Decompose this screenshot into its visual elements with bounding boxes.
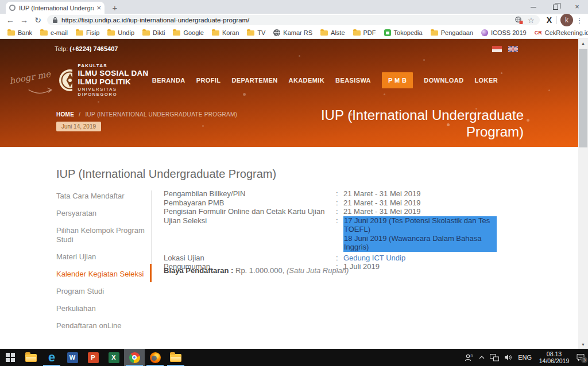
schedule-colon: : xyxy=(336,216,343,252)
schedule-value: 21 Maret - 31 Mei 2019 xyxy=(343,207,497,216)
forward-button[interactable]: → xyxy=(17,15,31,25)
taskbar-excel-button[interactable]: X xyxy=(103,349,124,366)
minimize-icon xyxy=(531,7,536,7)
language-indicator[interactable]: ENG xyxy=(518,354,532,361)
schedule-label: Ujian Seleksi xyxy=(164,216,336,252)
nav-item-p-m-b[interactable]: P M B xyxy=(382,72,413,88)
phone-info: Telp: (+6224) 7465407 xyxy=(55,45,118,52)
bookmark-star-icon[interactable]: ☆ xyxy=(528,17,535,24)
address-bar[interactable]: https://fisip.undip.ac.id/iup-internatio… xyxy=(47,15,540,25)
folder-icon xyxy=(40,30,48,36)
nav-item-akademik[interactable]: AKADEMIK xyxy=(289,77,324,84)
network-icon[interactable] xyxy=(490,354,499,361)
reload-button[interactable]: ↻ xyxy=(31,15,45,25)
back-button[interactable]: ← xyxy=(3,15,17,25)
taskbar-file-explorer-button[interactable] xyxy=(21,349,41,366)
sidebar-item-persyaratan[interactable]: Persyaratan xyxy=(56,209,158,218)
profile-avatar[interactable]: k xyxy=(560,14,573,26)
schedule-values: Gedung ICT Undip xyxy=(343,254,497,263)
bookmark-undip[interactable]: Undip xyxy=(103,28,138,37)
breadcrumb-current: IUP (INTERNATIONAL UNDERGRADUATE PROGRAM… xyxy=(85,111,237,118)
bookmark-tokopedia[interactable]: Tokopedia xyxy=(380,28,427,37)
sidebar-item-perkuliahan[interactable]: Perkuliahan xyxy=(56,304,158,313)
bookmark-icoss-2019[interactable]: ICOSS 2019 xyxy=(477,28,531,37)
scroll-down-icon[interactable]: ▼ xyxy=(578,340,588,349)
nav-item-profil[interactable]: PROFIL xyxy=(196,77,221,84)
browser-menu-icon[interactable]: ⋮ xyxy=(574,16,585,25)
schedule-colon: : xyxy=(336,207,343,216)
people-icon[interactable]: R xyxy=(465,353,474,361)
browser-tab[interactable]: IUP (International Undergraduate × xyxy=(6,2,105,14)
close-button[interactable]: × xyxy=(566,0,588,14)
minimize-button[interactable] xyxy=(523,0,544,14)
screen: IUP (International Undergraduate × + × ←… xyxy=(0,0,588,366)
breadcrumb-home-link[interactable]: HOME xyxy=(56,111,74,118)
bookmark-koran[interactable]: Koran xyxy=(208,28,243,37)
globe-icon xyxy=(273,29,280,36)
action-center-button[interactable]: 3 xyxy=(577,353,585,361)
registration-fee: Biaya Pendaftaran : Rp. 1.000.000, (Satu… xyxy=(164,266,349,275)
nav-item-departemen[interactable]: DEPARTEMEN xyxy=(231,77,277,84)
sidebar-item-kalender-kegiatan-seleksi[interactable]: Kalender Kegiatan Seleksi xyxy=(56,270,158,279)
logo-line1: FAKULTAS xyxy=(78,63,152,68)
fee-amount: Rp. 1.000.000, xyxy=(235,266,284,275)
bookmark-pdf[interactable]: PDF xyxy=(349,28,380,37)
schedule-table: Pengambilan Billkey/PIN:21 Maret - 31 Me… xyxy=(164,189,497,271)
tray-chevron-up-icon[interactable] xyxy=(479,355,485,360)
tab-close-icon[interactable]: × xyxy=(96,5,101,11)
x-extension-icon[interactable]: X xyxy=(547,15,552,25)
breadcrumb-separator: / xyxy=(79,111,80,118)
bookmark-kamar-rs[interactable]: Kamar RS xyxy=(269,28,316,37)
taskbar-word-button[interactable]: W xyxy=(62,349,83,366)
bookmark-label: Koran xyxy=(222,29,239,36)
sidebar-item-pendaftaran-online[interactable]: Pendaftaran onLine xyxy=(56,321,158,330)
bookmark-fisip[interactable]: Fisip xyxy=(72,28,103,37)
restore-button[interactable] xyxy=(544,0,566,14)
sidebar-item-tata-cara-mendaftar[interactable]: Tata Cara Mendaftar xyxy=(56,192,158,201)
taskbar-chrome-button[interactable] xyxy=(124,349,145,366)
nav-item-beasiswa[interactable]: BEASISWA xyxy=(335,77,371,84)
indonesian-flag-icon[interactable] xyxy=(492,46,502,52)
start-icon xyxy=(6,353,15,362)
scroll-up-icon[interactable]: ▲ xyxy=(578,39,588,48)
extension-badge-icon[interactable] xyxy=(514,16,523,24)
page-scrollbar[interactable]: ▲ ▼ xyxy=(578,39,588,349)
phone-number: (+6224) 7465407 xyxy=(69,45,118,52)
chrome-icon xyxy=(129,352,140,363)
uk-flag-icon[interactable] xyxy=(508,46,518,52)
bookmark-pengadaan[interactable]: Pengadaan xyxy=(427,28,477,37)
sidebar-item-program-studi[interactable]: Program Studi xyxy=(56,287,158,296)
scrollbar-thumb[interactable] xyxy=(579,49,587,147)
location-link[interactable]: Gedung ICT Undip xyxy=(343,254,497,263)
sidebar-item-pilihan-kelompok-program-studi[interactable]: Pilihan Kelompok Program Studi xyxy=(56,226,158,244)
watermark-text: hoogr me xyxy=(9,69,51,86)
bookmark-cekrekening-id[interactable]: CRCekRekening.id xyxy=(531,28,588,37)
clock-date: 14/06/2019 xyxy=(537,357,571,365)
office-letter: W xyxy=(69,354,75,361)
bookmark-tv[interactable]: TV xyxy=(243,28,269,37)
sidebar-item-materi-ujian[interactable]: Materi Ujian xyxy=(56,252,158,262)
speaker-icon[interactable] xyxy=(504,354,513,361)
nav-item-download[interactable]: DOWNLOAD xyxy=(424,77,463,84)
folder-icon xyxy=(173,30,180,36)
word-icon: W xyxy=(67,352,78,363)
nav-item-beranda[interactable]: BERANDA xyxy=(152,77,185,84)
taskbar-clock[interactable]: 08.13 14/06/2019 xyxy=(537,351,571,365)
taskbar-folder-button[interactable] xyxy=(165,349,186,366)
fee-label: Biaya Pendaftaran : xyxy=(164,266,233,275)
taskbar-edge-button[interactable]: e xyxy=(41,349,62,366)
bookmark-bank[interactable]: Bank xyxy=(3,28,36,37)
bookmark-alste[interactable]: Alste xyxy=(316,28,349,37)
nav-item-loker[interactable]: LOKER xyxy=(475,77,498,84)
taskbar-powerpoint-button[interactable]: P xyxy=(83,349,103,366)
new-tab-button[interactable]: + xyxy=(109,3,121,13)
header-topline: Telp: (+6224) 7465407 xyxy=(55,45,518,52)
banner-page-title: IUP (International Undergraduate Program… xyxy=(271,107,524,140)
taskbar-start-button[interactable] xyxy=(0,349,21,366)
bookmark-dikti[interactable]: Dikti xyxy=(138,28,169,37)
bookmark-google[interactable]: Google xyxy=(169,28,207,37)
bookmark-e-mail[interactable]: e-mail xyxy=(36,28,72,37)
faculty-logo-block[interactable]: FAKULTAS ILMU SOSIAL DAN ILMU POLITIK UN… xyxy=(59,63,152,97)
undip-logo-icon xyxy=(59,69,72,92)
taskbar-firefox-button[interactable] xyxy=(145,349,165,366)
